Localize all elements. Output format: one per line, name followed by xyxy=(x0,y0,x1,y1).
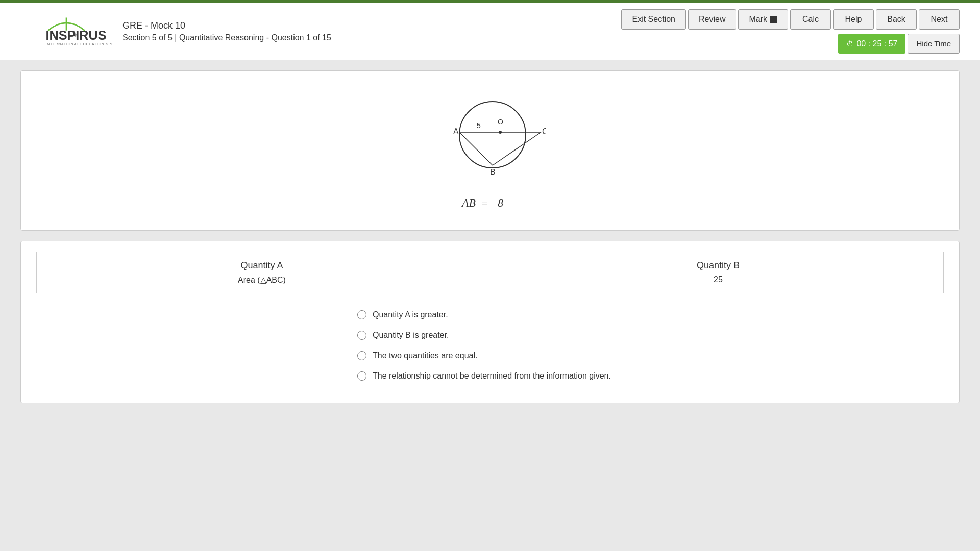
help-button[interactable]: Help xyxy=(833,9,874,30)
option-item[interactable]: The two quantities are equal. xyxy=(357,349,623,362)
svg-text:A: A xyxy=(453,127,459,136)
option-label-2: Quantity B is greater. xyxy=(373,329,449,341)
logo-svg: INSPIRUS ® INTERNATIONAL EDUCATION SPECI… xyxy=(20,12,112,51)
option-label-3: The two quantities are equal. xyxy=(373,349,477,362)
top-nav-row: Exit Section Review Mark Calc Help Back … xyxy=(621,9,960,30)
option-item[interactable]: Quantity B is greater. xyxy=(357,329,623,341)
mark-label: Mark xyxy=(749,15,767,24)
bottom-nav-row: ⏱ 00 : 25 : 57 Hide Time xyxy=(838,34,960,54)
hide-time-button[interactable]: Hide Time xyxy=(908,34,960,54)
mark-icon xyxy=(770,16,777,23)
option-radio-1[interactable] xyxy=(357,310,366,319)
question-diagram-panel: A C B O 5 AB = 8 xyxy=(20,70,960,231)
logo-area: INSPIRUS ® INTERNATIONAL EDUCATION SPECI… xyxy=(20,12,112,51)
header: INSPIRUS ® INTERNATIONAL EDUCATION SPECI… xyxy=(0,3,980,60)
svg-text:O: O xyxy=(498,118,503,126)
quantity-a-value: Area (△ABC) xyxy=(45,275,479,285)
timer-icon: ⏱ xyxy=(846,40,853,48)
meta-info: GRE - Mock 10 Section 5 of 5 | Quantitat… xyxy=(122,20,621,42)
quantity-a-box: Quantity A Area (△ABC) xyxy=(36,252,487,293)
svg-text:C: C xyxy=(542,127,546,136)
svg-text:5: 5 xyxy=(477,121,481,130)
quantity-b-box: Quantity B 25 xyxy=(493,252,944,293)
option-item[interactable]: The relationship cannot be determined fr… xyxy=(357,370,623,382)
exam-title: GRE - Mock 10 xyxy=(122,20,621,31)
timer-value: 00 : 25 : 57 xyxy=(856,39,897,48)
svg-line-8 xyxy=(493,132,541,165)
option-radio-2[interactable] xyxy=(357,331,366,340)
exit-section-button[interactable]: Exit Section xyxy=(621,9,685,30)
review-button[interactable]: Review xyxy=(688,9,736,30)
nav-buttons: Exit Section Review Mark Calc Help Back … xyxy=(621,9,960,54)
next-button[interactable]: Next xyxy=(919,9,960,30)
quantity-b-value: 25 xyxy=(501,275,935,284)
svg-point-4 xyxy=(459,102,526,168)
quantities-row: Quantity A Area (△ABC) Quantity B 25 xyxy=(36,252,944,293)
svg-text:8: 8 xyxy=(498,196,503,209)
diagram-svg: A C B O 5 xyxy=(434,86,546,188)
quantity-a-label: Quantity A xyxy=(45,260,479,271)
timer-display: ⏱ 00 : 25 : 57 xyxy=(838,34,905,54)
option-item[interactable]: Quantity A is greater. xyxy=(357,309,623,321)
svg-text:B: B xyxy=(490,168,496,177)
svg-text:INTERNATIONAL EDUCATION SPECIA: INTERNATIONAL EDUCATION SPECIALISTS xyxy=(46,42,113,46)
options-list: Quantity A is greater. Quantity B is gre… xyxy=(36,309,944,382)
back-button[interactable]: Back xyxy=(876,9,917,30)
svg-text:AB: AB xyxy=(461,196,476,209)
option-label-1: Quantity A is greater. xyxy=(373,309,448,321)
equation: AB = 8 xyxy=(459,193,521,215)
content-area: A C B O 5 AB = 8 Quantity A Area (△ABC) … xyxy=(0,60,980,413)
answer-panel: Quantity A Area (△ABC) Quantity B 25 Qua… xyxy=(20,241,960,403)
svg-line-7 xyxy=(459,132,493,165)
svg-text:®: ® xyxy=(74,33,77,38)
calc-button[interactable]: Calc xyxy=(790,9,831,30)
option-radio-3[interactable] xyxy=(357,351,366,360)
quantity-b-label: Quantity B xyxy=(501,260,935,271)
option-label-4: The relationship cannot be determined fr… xyxy=(373,370,611,382)
mark-button[interactable]: Mark xyxy=(738,9,788,30)
section-info: Section 5 of 5 | Quantitative Reasoning … xyxy=(122,33,621,42)
svg-text:=: = xyxy=(481,196,488,209)
option-radio-4[interactable] xyxy=(357,371,366,381)
